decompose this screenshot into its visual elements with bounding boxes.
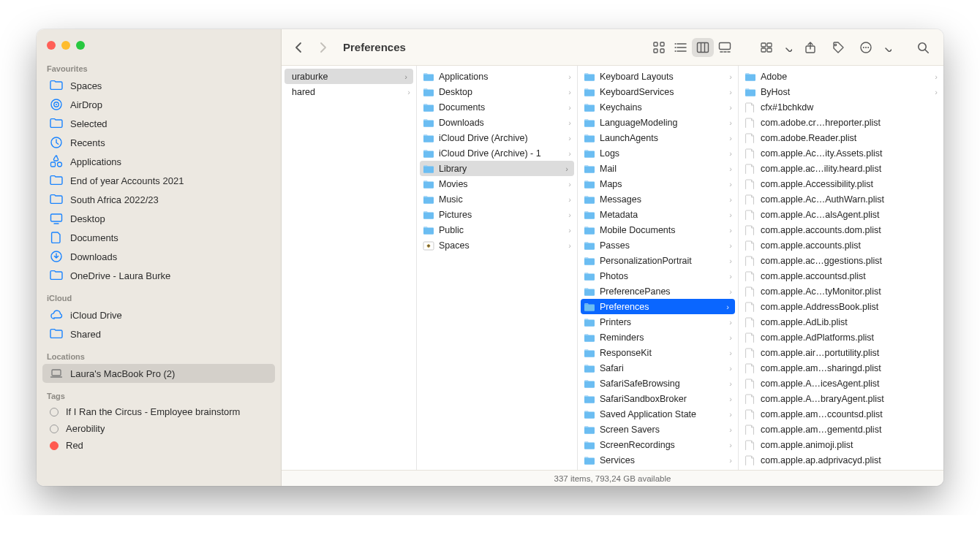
folder-row[interactable]: Passes› [578,237,738,253]
file-row[interactable]: com.apple.AdLib.plist [739,314,943,330]
view-columns-button[interactable] [692,38,714,57]
sidebar-item[interactable]: Laura's MacBook Pro (2) [42,364,275,383]
file-row[interactable]: com.apple.accounts.dom.plist [739,222,943,237]
sidebar-item[interactable]: Desktop [42,209,275,228]
folder-row[interactable]: Saved Application State› [578,406,738,422]
close-window-button[interactable] [47,41,56,50]
file-row[interactable]: com.apple.accounts.plist [739,237,943,253]
column-2[interactable]: Keyboard Layouts›KeyboardServices›Keycha… [578,66,739,470]
file-row[interactable]: com.apple.AddressBook.plist [739,299,943,314]
view-gallery-button[interactable] [714,38,736,57]
folder-row[interactable]: Services› [578,452,738,468]
folder-row[interactable]: iCloud Drive (Archive)› [417,130,577,145]
folder-row[interactable]: SafariSafeBrowsing› [578,376,738,391]
folder-row[interactable]: uraburke› [284,69,413,84]
folder-row[interactable]: Preferences› [581,299,735,314]
sidebar-tag-item[interactable]: Red [42,437,275,454]
file-row[interactable]: com.apple.am…ccountsd.plist [739,406,943,422]
folder-row[interactable]: Photos› [578,268,738,284]
file-row[interactable]: com.apple.am…gementd.plist [739,422,943,437]
sidebar-item[interactable]: Recents [42,133,275,152]
sidebar-item[interactable]: Documents [42,228,275,247]
folder-row[interactable]: ScreenRecordings› [578,437,738,452]
folder-row[interactable]: Keychains› [578,99,738,115]
folder-row[interactable]: Keyboard Layouts› [578,69,738,84]
group-by-button[interactable] [756,38,777,57]
minimize-window-button[interactable] [61,41,70,50]
file-row[interactable]: com.apple.animoji.plist [739,437,943,452]
file-row[interactable]: com.apple.Ac…tyMonitor.plist [739,284,943,299]
folder-row[interactable]: Messages› [578,191,738,207]
folder-row[interactable]: Public› [417,222,577,237]
folder-row[interactable]: Pictures› [417,207,577,222]
folder-row[interactable]: Downloads› [417,115,577,130]
folder-row[interactable]: Mobile Documents› [578,222,738,237]
forward-button[interactable] [312,38,333,57]
folder-row[interactable]: PersonalizationPortrait› [578,253,738,268]
share-button[interactable] [800,38,821,57]
folder-row[interactable]: Logs› [578,145,738,161]
zoom-window-button[interactable] [76,41,85,50]
file-row[interactable]: com.apple.Ac…alsAgent.plist [739,207,943,222]
folder-row[interactable]: Music› [417,191,577,207]
file-row[interactable]: com.apple.ap.adprivacyd.plist [739,452,943,468]
file-row[interactable]: com.apple.accountsd.plist [739,268,943,284]
folder-row[interactable]: iCloud Drive (Archive) - 1› [417,145,577,161]
folder-row[interactable]: ByHost› [739,84,943,99]
file-row[interactable]: com.apple.ac…ility.heard.plist [739,161,943,176]
file-row[interactable]: cfx#1bchkdw [739,99,943,115]
folder-row[interactable]: SafariSandboxBroker› [578,391,738,406]
folder-row[interactable]: KeyboardServices› [578,84,738,99]
file-row[interactable]: com.apple.AdPlatforms.plist [739,330,943,345]
folder-row[interactable]: PreferencePanes› [578,284,738,299]
sidebar-item[interactable]: Shared [42,324,275,343]
actions-button[interactable] [856,38,876,57]
folder-row[interactable]: Safari› [578,360,738,376]
sidebar-item[interactable]: OneDrive - Laura Burke [42,266,275,285]
sidebar-tag-item[interactable]: If I Ran the Circus - Employee brainstor… [42,403,275,420]
sidebar-item[interactable]: South Africa 2022/23 [42,190,275,209]
file-row[interactable]: Spaces› [417,237,577,253]
sidebar-item[interactable]: End of year Accounts 2021 [42,171,275,190]
view-list-button[interactable] [670,38,692,57]
folder-row[interactable]: ResponseKit› [578,345,738,360]
folder-row[interactable]: hared› [282,84,416,99]
file-row[interactable]: com.apple.Accessibility.plist [739,176,943,191]
folder-row[interactable]: LaunchAgents› [578,130,738,145]
folder-row[interactable]: Applications› [417,69,577,84]
sidebar-item[interactable]: iCloud Drive [42,305,275,324]
folder-row[interactable]: Screen Savers› [578,422,738,437]
file-row[interactable]: com.apple.A…braryAgent.plist [739,391,943,406]
file-row[interactable]: com.apple.air…portutility.plist [739,345,943,360]
file-row[interactable]: com.apple.Ac…ity.Assets.plist [739,145,943,161]
folder-row[interactable]: Mail› [578,161,738,176]
column-1[interactable]: Applications›Desktop›Documents›Downloads… [417,66,578,470]
back-button[interactable] [289,38,309,57]
sidebar-item[interactable]: Downloads [42,247,275,266]
folder-row[interactable]: Desktop› [417,84,577,99]
column-3[interactable]: Adobe›ByHost›cfx#1bchkdwcom.adobe.cr…hre… [739,66,943,470]
folder-row[interactable]: Adobe› [739,69,943,84]
sidebar-item[interactable]: AirDrop [42,95,275,114]
folder-row[interactable]: Movies› [417,176,577,191]
group-by-caret-icon[interactable] [783,38,793,57]
folder-row[interactable]: LanguageModeling› [578,115,738,130]
folder-row[interactable]: Maps› [578,176,738,191]
tags-button[interactable] [828,38,848,57]
column-0[interactable]: uraburke›hared› [282,66,417,470]
sidebar-item[interactable]: Spaces [42,76,275,95]
folder-row[interactable]: Printers› [578,314,738,330]
folder-row[interactable]: Reminders› [578,330,738,345]
file-row[interactable]: com.adobe.cr…hreporter.plist [739,115,943,130]
file-row[interactable]: com.apple.ac…ggestions.plist [739,253,943,268]
folder-row[interactable]: Documents› [417,99,577,115]
folder-row[interactable]: Library› [420,161,574,176]
sidebar-tag-item[interactable]: Aerobility [42,420,275,437]
file-row[interactable]: com.adobe.Reader.plist [739,130,943,145]
sidebar-item[interactable]: Applications [42,152,275,171]
folder-row[interactable]: Metadata› [578,207,738,222]
file-row[interactable]: com.apple.am…sharingd.plist [739,360,943,376]
file-row[interactable]: com.apple.A…icesAgent.plist [739,376,943,391]
search-button[interactable] [913,38,933,57]
sidebar-item[interactable]: Selected [42,114,275,133]
